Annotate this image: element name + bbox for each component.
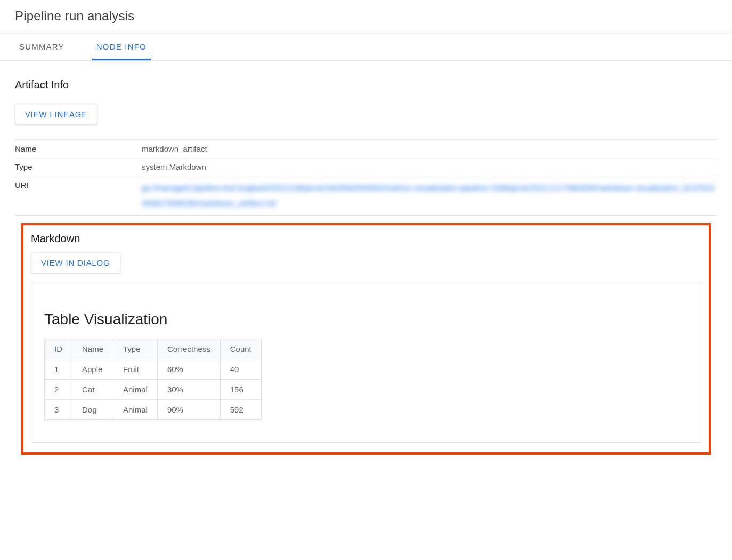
markdown-section-title: Markdown bbox=[31, 233, 701, 245]
page-title: Pipeline run analysis bbox=[0, 0, 732, 33]
col-id: ID bbox=[45, 339, 72, 359]
cell-type: Animal bbox=[113, 400, 158, 420]
view-in-dialog-button[interactable]: VIEW IN DIALOG bbox=[31, 252, 120, 273]
col-count: Count bbox=[220, 339, 261, 359]
tabs: SUMMARY NODE INFO bbox=[0, 33, 732, 61]
info-row-name: Name markdown_artifact bbox=[15, 140, 717, 158]
info-key: Name bbox=[15, 144, 142, 153]
info-row-type: Type system.Markdown bbox=[15, 158, 717, 176]
markdown-highlight-box: Markdown VIEW IN DIALOG Table Visualizat… bbox=[21, 223, 711, 455]
col-type: Type bbox=[113, 339, 158, 359]
artifact-info-table: Name markdown_artifact Type system.Markd… bbox=[15, 139, 717, 216]
cell-id: 2 bbox=[45, 380, 72, 400]
cell-count: 40 bbox=[220, 359, 261, 380]
table-header-row: ID Name Type Correctness Count bbox=[45, 339, 262, 359]
viz-title: Table Visualization bbox=[44, 311, 688, 328]
col-correctness: Correctness bbox=[157, 339, 220, 359]
cell-name: Dog bbox=[72, 400, 113, 420]
cell-name: Cat bbox=[72, 380, 113, 400]
cell-count: 156 bbox=[220, 380, 261, 400]
table-row: 3 Dog Animal 90% 592 bbox=[45, 400, 262, 420]
artifact-info-title: Artifact Info bbox=[15, 79, 717, 91]
cell-name: Apple bbox=[72, 359, 113, 380]
view-lineage-button[interactable]: VIEW LINEAGE bbox=[15, 104, 97, 125]
cell-correctness: 90% bbox=[157, 400, 220, 420]
cell-type: Animal bbox=[113, 380, 158, 400]
tab-summary[interactable]: SUMMARY bbox=[15, 34, 69, 60]
cell-correctness: 30% bbox=[157, 380, 220, 400]
tab-node-info[interactable]: NODE INFO bbox=[92, 34, 151, 60]
info-val: system.Markdown bbox=[142, 162, 717, 171]
info-key: Type bbox=[15, 162, 142, 171]
cell-id: 3 bbox=[45, 400, 72, 420]
content: Artifact Info VIEW LINEAGE Name markdown… bbox=[0, 61, 732, 467]
info-row-uri: URI gs://managed-pipeline-test-bugbash/2… bbox=[15, 176, 717, 216]
info-key: URI bbox=[15, 180, 142, 211]
table-row: 2 Cat Animal 30% 156 bbox=[45, 380, 262, 400]
cell-correctness: 60% bbox=[157, 359, 220, 380]
uri-link[interactable]: gs://managed-pipeline-test-bugbash/20211… bbox=[142, 180, 717, 211]
viz-table: ID Name Type Correctness Count 1 Apple F… bbox=[44, 339, 262, 420]
cell-count: 592 bbox=[220, 400, 261, 420]
cell-type: Fruit bbox=[113, 359, 158, 380]
cell-id: 1 bbox=[45, 359, 72, 380]
info-val: markdown_artifact bbox=[142, 144, 717, 153]
markdown-panel: Table Visualization ID Name Type Correct… bbox=[31, 283, 701, 443]
table-row: 1 Apple Fruit 60% 40 bbox=[45, 359, 262, 380]
col-name: Name bbox=[72, 339, 113, 359]
